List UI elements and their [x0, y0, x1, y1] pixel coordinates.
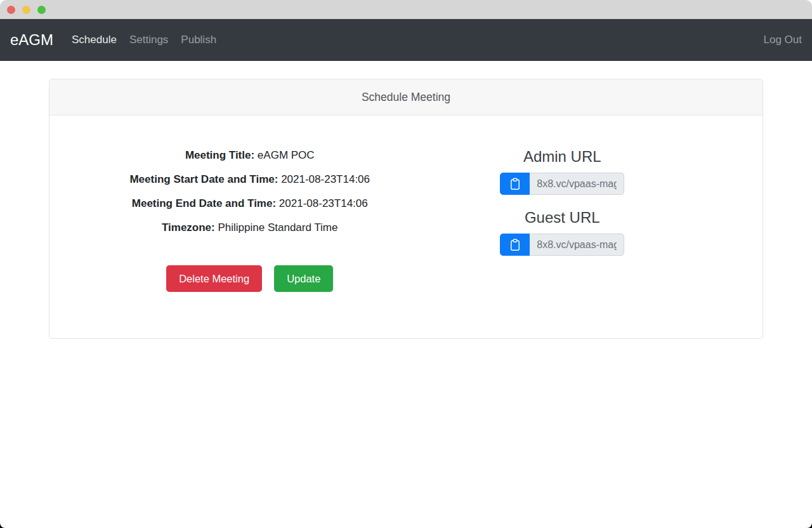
guest-url-group: [500, 234, 624, 256]
meeting-start-label: Meeting Start Date and Time:: [129, 173, 278, 185]
navbar: eAGM Schedule Settings Publish Log Out: [0, 19, 812, 61]
meeting-start-row: Meeting Start Date and Time: 2021-08-23T…: [129, 171, 370, 188]
meeting-start-value: 2021-08-23T14:06: [281, 173, 370, 185]
clipboard-icon: [509, 178, 521, 190]
meeting-urls-column: Admin URL Guest URL: [406, 147, 719, 292]
browser-window: eAGM Schedule Settings Publish Log Out S…: [0, 0, 812, 528]
meeting-end-row: Meeting End Date and Time: 2021-08-23T14…: [132, 195, 368, 212]
admin-url-group: [500, 173, 624, 195]
timezone-label: Timezone:: [162, 221, 215, 234]
nav-item-settings[interactable]: Settings: [124, 34, 174, 46]
action-buttons: Delete Meeting Update: [166, 265, 333, 292]
timezone-row: Timezone: Philippine Standard Time: [162, 220, 338, 236]
schedule-meeting-card: Schedule Meeting Meeting Title: eAGM POC…: [49, 79, 763, 339]
meeting-title-value: eAGM POC: [258, 149, 315, 161]
meeting-end-value: 2021-08-23T14:06: [279, 197, 368, 209]
close-button[interactable]: [7, 6, 15, 14]
admin-url-heading: Admin URL: [523, 147, 601, 166]
meeting-end-label: Meeting End Date and Time:: [132, 197, 276, 209]
delete-meeting-button[interactable]: Delete Meeting: [166, 265, 262, 292]
guest-url-input[interactable]: [530, 234, 624, 256]
nav-item-publish[interactable]: Publish: [175, 34, 222, 46]
timezone-value: Philippine Standard Time: [218, 221, 337, 234]
update-button[interactable]: Update: [274, 265, 333, 292]
navbar-brand[interactable]: eAGM: [10, 31, 53, 49]
meeting-title-label: Meeting Title:: [185, 149, 254, 161]
clipboard-icon: [509, 239, 521, 251]
guest-url-copy-button[interactable]: [500, 234, 530, 256]
logout-link[interactable]: Log Out: [764, 34, 802, 46]
card-body: Meeting Title: eAGM POC Meeting Start Da…: [49, 116, 763, 338]
meeting-title-row: Meeting Title: eAGM POC: [185, 147, 315, 164]
nav-links: Schedule Settings Publish: [66, 34, 223, 46]
card-header-title: Schedule Meeting: [49, 79, 763, 116]
guest-url-heading: Guest URL: [525, 208, 600, 227]
admin-url-input[interactable]: [530, 173, 624, 195]
minimize-button[interactable]: [22, 6, 30, 14]
window-titlebar: [0, 0, 812, 19]
meeting-details-column: Meeting Title: eAGM POC Meeting Start Da…: [94, 147, 407, 292]
maximize-button[interactable]: [37, 6, 46, 14]
nav-item-schedule[interactable]: Schedule: [66, 34, 122, 46]
admin-url-copy-button[interactable]: [500, 173, 530, 195]
screen: eAGM Schedule Settings Publish Log Out S…: [0, 0, 812, 528]
